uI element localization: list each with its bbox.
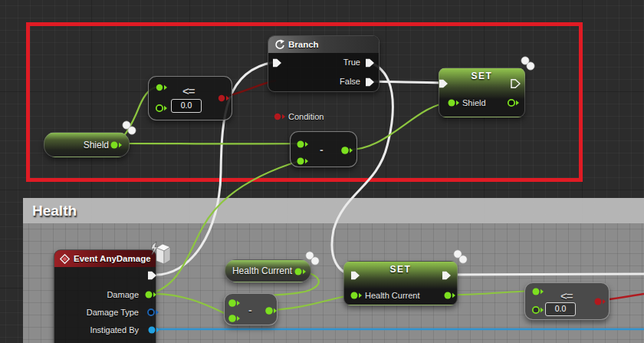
bool-out-pin[interactable] (218, 94, 230, 103)
subtract-node-top[interactable]: - (290, 131, 357, 167)
float-in-pin-a[interactable] (297, 140, 309, 149)
shield-get-label: Shield (84, 133, 109, 157)
damage-type-pin[interactable] (147, 308, 159, 317)
instigated-by-pin[interactable] (148, 325, 160, 335)
float-in-pin-b[interactable] (156, 104, 168, 113)
comment-title: Health (32, 203, 77, 219)
branch-node-header[interactable]: Branch (268, 36, 379, 53)
comment-header-health[interactable]: Health (23, 198, 644, 223)
float-out-pin[interactable] (110, 140, 123, 150)
health-current-in-pin[interactable] (350, 291, 363, 300)
false-label: False (340, 77, 360, 87)
branch-icon (274, 39, 284, 50)
default-value-field[interactable]: 0.0 (171, 99, 202, 113)
damage-pin[interactable] (145, 290, 157, 299)
float-in-pin-b[interactable] (228, 314, 241, 323)
less-equal-operator: <= (560, 289, 573, 302)
float-in-pin-a[interactable] (156, 83, 168, 92)
health-current-out-pin[interactable] (444, 291, 456, 300)
float-in-pin-a[interactable] (532, 287, 544, 296)
true-exec-pin[interactable] (365, 58, 375, 68)
less-equal-node-top[interactable]: <= 0.0 (148, 76, 232, 120)
branch-node[interactable]: Branch Condition True False (268, 35, 380, 92)
instigated-by-label: Instigated By (90, 325, 139, 335)
set-health-current-node[interactable]: SET Health Current (343, 261, 458, 305)
bool-out-pin[interactable] (594, 297, 606, 306)
set-health-current-pin-label: Health Current (365, 291, 420, 301)
blueprint-graph-canvas[interactable]: Health (0, 0, 644, 343)
less-equal-operator: <= (182, 84, 195, 97)
exec-out-pin[interactable] (442, 271, 452, 280)
branch-node-title: Branch (288, 40, 319, 49)
false-exec-pin[interactable] (365, 78, 375, 87)
event-any-damage-node[interactable]: Event AnyDamage Damage Damage Type Insti… (54, 249, 156, 343)
set-shield-pin-label: Shield (462, 98, 486, 108)
float-in-pin-a[interactable] (228, 298, 241, 308)
health-current-get-node[interactable]: Health Current (225, 259, 311, 282)
event-node-header[interactable]: Event AnyDamage (54, 250, 156, 267)
float-out-pin[interactable] (265, 306, 278, 315)
subtract-operator: - (320, 143, 324, 156)
float-in-pin-b[interactable] (297, 157, 309, 166)
condition-label: Condition (288, 112, 324, 122)
damage-label: Damage (107, 290, 139, 300)
subtract-operator: - (248, 304, 252, 316)
damage-type-label: Damage Type (87, 308, 139, 318)
condition-pin[interactable] (274, 112, 286, 121)
exec-in-pin[interactable] (439, 79, 449, 88)
true-label: True (343, 58, 360, 68)
subtract-node-bottom[interactable]: - (224, 293, 278, 325)
set-health-current-title: SET (344, 264, 457, 275)
float-out-pin[interactable] (294, 267, 307, 276)
exec-out-pin[interactable] (147, 271, 157, 280)
less-equal-node-bottom[interactable]: <= 0.0 (524, 282, 610, 320)
shield-get-node[interactable]: Shield (44, 132, 130, 157)
default-value-field[interactable]: 0.0 (545, 302, 576, 316)
exec-out-pin[interactable] (511, 79, 521, 88)
float-out-pin[interactable] (341, 146, 353, 155)
exec-in-pin[interactable] (272, 58, 282, 68)
shield-in-pin[interactable] (448, 98, 460, 107)
event-diamond-icon (60, 254, 70, 264)
set-shield-node[interactable]: SET Shield (439, 68, 525, 117)
event-node-title: Event AnyDamage (74, 254, 151, 263)
float-in-pin-b[interactable] (532, 305, 544, 315)
exec-in-pin[interactable] (350, 271, 360, 280)
health-current-get-label: Health Current (232, 260, 292, 282)
shield-out-pin[interactable] (508, 98, 520, 107)
